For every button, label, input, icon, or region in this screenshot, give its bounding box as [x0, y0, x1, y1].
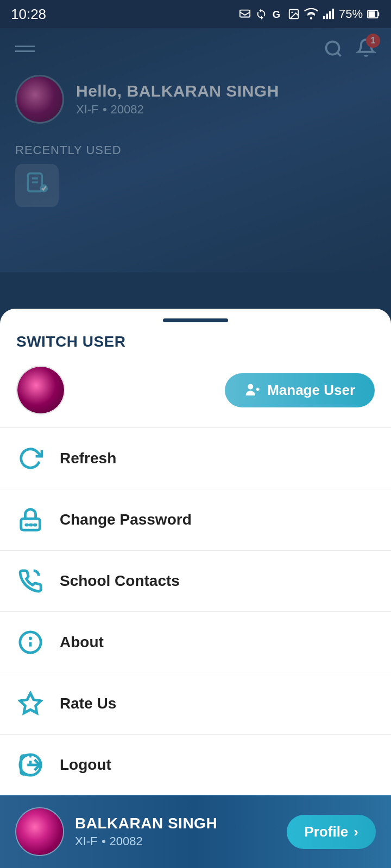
battery-icon	[367, 8, 380, 20]
footer-sep	[102, 840, 105, 843]
menu-item-rate-us[interactable]: Rate Us	[0, 673, 391, 734]
status-time: 10:28	[11, 6, 46, 23]
drag-handle[interactable]	[0, 309, 391, 328]
profile-chevron-icon: ›	[354, 824, 358, 840]
refresh-label: Refresh	[60, 450, 116, 467]
footer-user: BALKARAN SINGH XI-F 20082	[15, 807, 217, 856]
message-icon	[239, 8, 251, 20]
footer-avatar	[15, 807, 64, 856]
refresh-icon	[16, 444, 45, 473]
status-bar: 10:28 G 75%	[0, 0, 391, 28]
svg-rect-0	[240, 10, 250, 17]
wifi-icon	[304, 8, 318, 20]
footer-name: BALKARAN SINGH	[75, 815, 217, 832]
svg-point-3	[291, 11, 293, 13]
switch-user-header: SWITCH USER	[0, 328, 391, 360]
drag-pill	[163, 318, 228, 322]
svg-rect-10	[378, 12, 380, 16]
svg-rect-9	[369, 11, 375, 17]
menu-item-about[interactable]: About	[0, 612, 391, 673]
logout-label: Logout	[60, 756, 111, 774]
rate-us-icon	[16, 690, 45, 718]
manage-user-icon	[244, 382, 261, 398]
footer-avatar-image	[16, 808, 63, 855]
bottom-sheet: SWITCH USER Manage User Refresh	[0, 309, 391, 868]
svg-text:G: G	[273, 9, 280, 20]
about-label: About	[60, 634, 104, 651]
rate-us-label: Rate Us	[60, 695, 116, 712]
school-contacts-icon	[16, 567, 45, 595]
menu-item-school-contacts[interactable]: School Contacts	[0, 551, 391, 611]
manage-user-label: Manage User	[267, 382, 355, 399]
svg-rect-7	[332, 9, 334, 19]
footer-class: XI-F	[75, 834, 98, 848]
battery-text: 75%	[339, 7, 363, 21]
svg-marker-27	[20, 693, 41, 713]
about-icon	[16, 628, 45, 656]
menu-item-refresh[interactable]: Refresh	[0, 428, 391, 489]
footer-roll: 20082	[110, 834, 143, 848]
switch-user-title: SWITCH USER	[16, 333, 375, 350]
gallery-icon	[288, 8, 300, 20]
profile-label: Profile	[304, 824, 348, 840]
profile-footer: BALKARAN SINGH XI-F 20082 Profile ›	[0, 795, 391, 868]
footer-meta: XI-F 20082	[75, 834, 217, 848]
sync-icon	[255, 8, 267, 20]
svg-rect-4	[323, 16, 325, 19]
menu-item-change-password[interactable]: Change Password	[0, 489, 391, 550]
profile-button[interactable]: Profile ›	[287, 815, 376, 849]
manage-user-button[interactable]: Manage User	[225, 373, 375, 407]
g-icon: G	[272, 8, 283, 20]
sheet-avatar-image	[17, 367, 64, 413]
menu-item-logout[interactable]: Logout	[0, 735, 391, 795]
svg-rect-6	[329, 11, 331, 20]
svg-point-17	[248, 384, 253, 390]
status-icons: G 75%	[239, 7, 380, 21]
school-contacts-label: School Contacts	[60, 572, 180, 590]
logout-icon	[16, 751, 45, 779]
signal-icon	[323, 8, 335, 20]
sheet-user-avatar[interactable]	[16, 366, 65, 414]
svg-rect-5	[326, 14, 328, 19]
user-row: Manage User	[0, 360, 391, 427]
footer-user-info: BALKARAN SINGH XI-F 20082	[75, 815, 217, 848]
change-password-icon	[16, 506, 45, 534]
change-password-label: Change Password	[60, 511, 192, 528]
